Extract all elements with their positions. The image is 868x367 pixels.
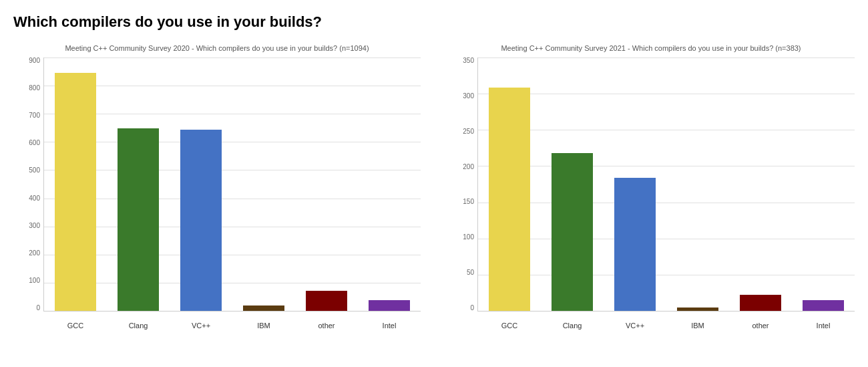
y-tick: 600 (29, 140, 40, 146)
chart-2020-area: 0100200300400500600700800900 GCCClangVC+… (13, 57, 421, 338)
bar-group: VC++ (170, 57, 232, 311)
bar-group: Clang (107, 57, 170, 311)
bar-label: GCC (501, 322, 517, 330)
chart-2021-title: Meeting C++ Community Survey 2021 - Whic… (447, 44, 855, 52)
y-tick: 200 (463, 164, 474, 170)
y-tick: 200 (29, 250, 40, 257)
bar-label: Intel (383, 322, 397, 330)
bar-intel (369, 300, 409, 311)
bar-label: IBM (691, 322, 704, 330)
bar-intel (803, 300, 843, 311)
y-tick: 150 (463, 199, 474, 205)
bar-label: other (318, 322, 335, 330)
y-tick: 500 (29, 167, 40, 174)
chart-2021-bars: GCCClangVC++IBMotherIntel (477, 57, 855, 312)
y-tick: 900 (29, 57, 40, 64)
bar-ibm (677, 308, 718, 311)
chart-2021: Meeting C++ Community Survey 2021 - Whic… (447, 44, 855, 338)
charts-container: Meeting C++ Community Survey 2020 - Whic… (13, 44, 855, 338)
y-tick: 100 (463, 234, 474, 241)
chart-2020-y-axis: 0100200300400500600700800900 (13, 57, 43, 312)
bar-label: Clang (129, 322, 148, 330)
bar-gcc (55, 73, 95, 311)
bar-label: GCC (67, 322, 83, 330)
bar-group: GCC (478, 57, 541, 311)
page-title: Which compilers do you use in your build… (13, 13, 855, 31)
chart-2020-bars: GCCClangVC++IBMotherIntel (43, 57, 421, 312)
y-tick: 300 (29, 223, 40, 229)
y-tick: 400 (29, 195, 40, 202)
bar-label: IBM (257, 322, 270, 330)
bar-group: Intel (358, 57, 421, 311)
y-tick: 0 (36, 305, 40, 312)
chart-2020: Meeting C++ Community Survey 2020 - Whic… (13, 44, 421, 338)
bar-label: other (752, 322, 769, 330)
y-tick: 800 (29, 85, 40, 92)
bar-vc++ (180, 130, 221, 311)
bar-gcc (489, 88, 529, 311)
bar-group: IBM (666, 57, 729, 311)
chart-2020-title: Meeting C++ Community Survey 2020 - Whic… (13, 44, 421, 52)
bar-ibm (243, 305, 284, 311)
chart-2021-area: 050100150200250300350 GCCClangVC++IBMoth… (447, 57, 855, 338)
y-tick: 700 (29, 112, 40, 119)
bar-group: VC++ (604, 57, 666, 311)
y-tick: 300 (463, 93, 474, 100)
bar-group: other (729, 57, 792, 311)
bar-clang (118, 128, 158, 311)
y-tick: 250 (463, 128, 474, 135)
bar-group: GCC (44, 57, 107, 311)
y-tick: 0 (470, 305, 474, 312)
bar-group: other (295, 57, 358, 311)
bar-label: VC++ (192, 322, 210, 330)
bar-group: Clang (541, 57, 604, 311)
bar-group: Intel (792, 57, 855, 311)
bar-other (740, 295, 781, 311)
bar-clang (552, 153, 592, 311)
y-tick: 350 (463, 57, 474, 64)
y-tick: 100 (29, 277, 40, 284)
bar-other (306, 291, 347, 311)
y-tick: 50 (467, 269, 474, 276)
bar-vc++ (614, 178, 655, 311)
bar-label: Intel (817, 322, 831, 330)
chart-2021-y-axis: 050100150200250300350 (447, 57, 477, 312)
bar-group: IBM (232, 57, 295, 311)
bar-label: VC++ (626, 322, 644, 330)
bar-label: Clang (563, 322, 582, 330)
